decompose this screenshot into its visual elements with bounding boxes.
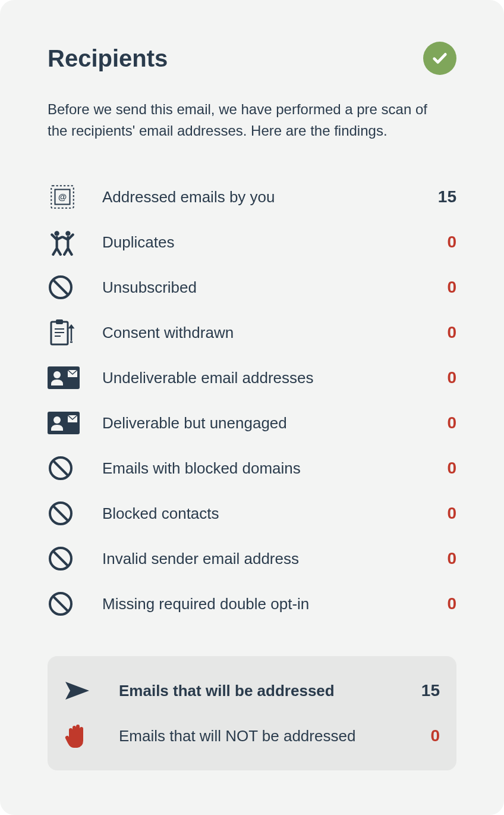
stat-duplicates: Duplicates 0 [48, 220, 456, 265]
stat-value: 0 [404, 726, 440, 745]
svg-point-4 [65, 231, 70, 236]
stat-label: Unsubscribed [102, 278, 421, 297]
stat-addressed: @ Addressed emails by you 15 [48, 174, 456, 220]
stat-label: Missing required double opt-in [102, 595, 421, 613]
checkmark-icon [423, 42, 456, 75]
stat-value: 0 [421, 594, 456, 613]
svg-text:@: @ [58, 192, 67, 202]
stat-value: 0 [421, 233, 456, 252]
ban-icon [48, 499, 81, 528]
people-icon [48, 228, 81, 256]
svg-point-3 [54, 231, 59, 236]
card-description: Before we send this email, we have perfo… [48, 99, 428, 142]
stat-value: 0 [421, 504, 456, 523]
stat-value: 15 [421, 187, 456, 206]
svg-point-16 [53, 416, 61, 424]
summary-will-address: Emails that will be addressed 15 [64, 668, 440, 713]
svg-point-13 [53, 371, 61, 378]
stat-label: Addressed emails by you [102, 188, 421, 206]
summary-will-not-address: Emails that will NOT be addressed 0 [64, 713, 440, 758]
ban-icon [48, 273, 81, 302]
ban-icon [48, 590, 81, 618]
svg-rect-15 [48, 412, 80, 434]
svg-rect-8 [56, 319, 63, 324]
recipients-card: Recipients Before we send this email, we… [0, 0, 504, 815]
contact-mail-icon [48, 409, 81, 437]
svg-line-21 [53, 506, 68, 521]
stat-label: Invalid sender email address [102, 550, 421, 568]
stat-label: Emails that will be addressed [119, 682, 404, 700]
stat-invalid-sender: Invalid sender email address 0 [48, 536, 456, 581]
ban-icon [48, 454, 81, 482]
svg-line-6 [53, 280, 68, 295]
card-title: Recipients [48, 45, 168, 72]
stat-label: Emails with blocked domains [102, 459, 421, 478]
contact-mail-icon [48, 363, 81, 392]
stat-undeliverable: Undeliverable email addresses 0 [48, 355, 456, 400]
stat-blocked-domains: Emails with blocked domains 0 [48, 446, 456, 491]
stat-label: Deliverable but unengaged [102, 414, 421, 432]
ban-icon [48, 544, 81, 573]
stat-value: 0 [421, 459, 456, 478]
stat-value: 0 [421, 549, 456, 568]
stat-value: 0 [421, 323, 456, 342]
send-icon [64, 676, 97, 705]
stat-label: Consent withdrawn [102, 324, 421, 342]
stat-blocked-contacts: Blocked contacts 0 [48, 491, 456, 536]
stat-value: 0 [421, 278, 456, 297]
svg-line-19 [53, 460, 68, 476]
stat-value: 15 [404, 681, 440, 700]
stat-unengaged: Deliverable but unengaged 0 [48, 400, 456, 446]
stat-label: Emails that will NOT be addressed [119, 727, 404, 745]
svg-line-23 [53, 551, 68, 566]
summary-box: Emails that will be addressed 15 Emails … [48, 656, 456, 770]
stat-label: Blocked contacts [102, 504, 421, 523]
stat-consent-withdrawn: Consent withdrawn 0 [48, 310, 456, 355]
stat-value: 0 [421, 368, 456, 387]
svg-line-25 [53, 596, 68, 612]
stat-value: 0 [421, 413, 456, 432]
stat-missing-optin: Missing required double opt-in 0 [48, 581, 456, 626]
stat-label: Undeliverable email addresses [102, 369, 421, 387]
hand-stop-icon [64, 722, 97, 750]
card-header: Recipients [48, 42, 456, 75]
clipboard-icon [48, 318, 81, 347]
stamp-icon: @ [48, 183, 81, 211]
stat-label: Duplicates [102, 233, 421, 252]
svg-rect-12 [48, 366, 80, 389]
stat-unsubscribed: Unsubscribed 0 [48, 265, 456, 310]
